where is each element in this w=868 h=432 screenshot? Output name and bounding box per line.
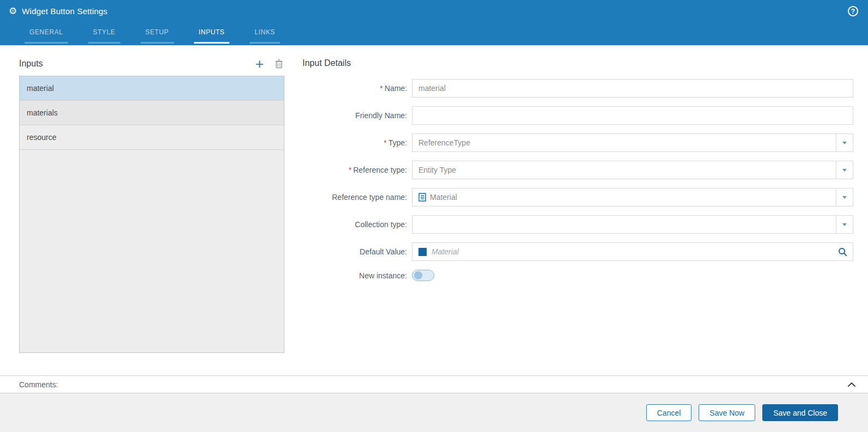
- reference-type-name-dropdown-caret-box[interactable]: [836, 188, 853, 206]
- name-row: *Name:: [302, 79, 853, 98]
- collection-type-dropdown-caret-box[interactable]: [836, 216, 853, 233]
- tab-links[interactable]: LINKS: [250, 22, 280, 44]
- chevron-down-icon: [842, 223, 847, 226]
- required-marker: *: [349, 166, 351, 174]
- inputs-panel-title: Inputs: [19, 59, 43, 69]
- inputs-list: material materials resource: [19, 76, 284, 353]
- friendly-name-label: Friendly Name:: [302, 111, 412, 120]
- friendly-name-field[interactable]: [412, 106, 853, 125]
- reference-type-name-dropdown-value: Material: [430, 193, 836, 202]
- collection-type-label: Collection type:: [302, 220, 412, 229]
- titlebar: ⚙ Widget Button Settings ?: [0, 0, 868, 22]
- required-marker: *: [384, 138, 386, 147]
- friendly-name-row: Friendly Name:: [302, 106, 853, 125]
- default-value-label: Default Value:: [302, 247, 412, 256]
- inputs-panel-header: Inputs +: [19, 58, 284, 69]
- reference-type-dropdown-value: Entity Type: [418, 166, 836, 174]
- comments-label: Comments:: [19, 380, 58, 389]
- default-value-placeholder: Material: [432, 247, 838, 256]
- cancel-button[interactable]: Cancel: [646, 404, 692, 421]
- entity-type-icon: [418, 193, 426, 202]
- reference-type-dropdown[interactable]: Entity Type: [412, 161, 853, 179]
- type-dropdown[interactable]: ReferenceType: [412, 133, 853, 152]
- delete-input-button[interactable]: [275, 59, 283, 69]
- tab-general[interactable]: GENERAL: [25, 22, 68, 44]
- chevron-up-icon[interactable]: [847, 382, 856, 387]
- type-dropdown-caret-box[interactable]: [836, 134, 853, 151]
- chevron-down-icon: [842, 196, 847, 199]
- list-item[interactable]: material: [20, 76, 284, 101]
- chevron-down-icon: [842, 169, 847, 172]
- new-instance-label: New instance:: [302, 271, 412, 280]
- collection-type-row: Collection type:: [302, 215, 853, 234]
- help-icon[interactable]: ?: [848, 6, 858, 16]
- window-title: Widget Button Settings: [22, 7, 107, 16]
- tabbar: GENERAL STYLE SETUP INPUTS LINKS: [0, 22, 868, 45]
- comments-bar: Comments:: [0, 375, 868, 393]
- new-instance-toggle[interactable]: [412, 270, 434, 281]
- type-dropdown-value: ReferenceType: [418, 138, 836, 147]
- chevron-down-icon: [842, 142, 847, 144]
- new-instance-row: New instance:: [302, 270, 853, 281]
- content-area: Inputs + material materials resource Inp…: [0, 45, 868, 375]
- toggle-knob: [414, 271, 422, 279]
- save-now-button[interactable]: Save Now: [699, 404, 755, 421]
- gear-icon: ⚙: [9, 7, 17, 16]
- reference-type-row: *Reference type: Entity Type: [302, 161, 853, 179]
- search-icon[interactable]: [838, 247, 847, 257]
- name-label: *Name:: [302, 84, 412, 93]
- reference-type-name-label: Reference type name:: [302, 193, 412, 202]
- type-label: *Type:: [302, 138, 412, 147]
- inputs-panel: Inputs + material materials resource: [19, 45, 284, 375]
- add-input-button[interactable]: +: [256, 58, 264, 69]
- list-item[interactable]: materials: [20, 101, 284, 125]
- input-details-title: Input Details: [302, 58, 853, 68]
- default-value-row: Default Value: Material: [302, 242, 853, 261]
- required-marker: *: [380, 84, 383, 93]
- tab-style[interactable]: STYLE: [88, 22, 120, 44]
- collection-type-dropdown[interactable]: [412, 215, 853, 234]
- trash-icon: [275, 59, 283, 69]
- tab-setup[interactable]: SETUP: [141, 22, 174, 44]
- list-item[interactable]: resource: [20, 125, 284, 150]
- input-details-panel: Input Details *Name: Friendly Name: *Typ…: [284, 45, 868, 375]
- save-and-close-button[interactable]: Save and Close: [762, 404, 838, 421]
- default-value-field[interactable]: Material: [412, 242, 853, 261]
- footer: Cancel Save Now Save and Close: [0, 393, 868, 432]
- reference-type-name-dropdown[interactable]: Material: [412, 188, 853, 206]
- name-field[interactable]: [412, 79, 853, 98]
- reference-type-label: *Reference type:: [302, 166, 412, 174]
- entity-swatch-icon: [418, 248, 427, 256]
- reference-type-dropdown-caret-box[interactable]: [836, 161, 853, 179]
- tab-inputs[interactable]: INPUTS: [194, 22, 230, 44]
- type-row: *Type: ReferenceType: [302, 133, 853, 152]
- reference-type-name-row: Reference type name: Material: [302, 188, 853, 206]
